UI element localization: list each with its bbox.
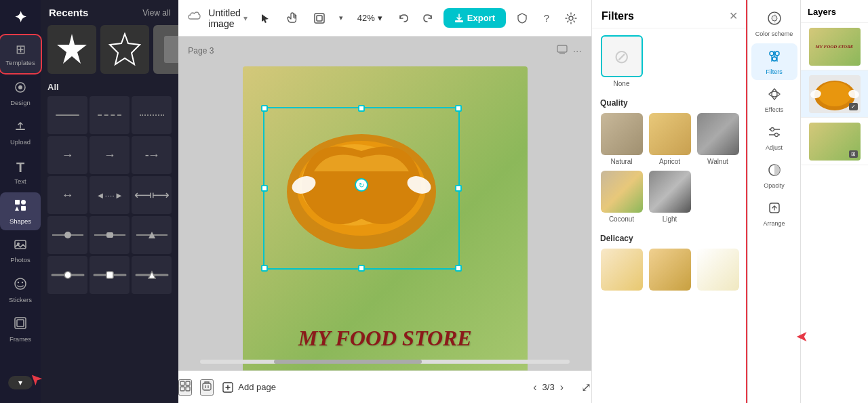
croissant-object[interactable]: ↻ [267,110,456,259]
templates-icon: ⊞ [16,42,26,57]
redo-button[interactable] [416,7,438,29]
settings-button[interactable] [560,7,582,29]
shape-dotted-arrow[interactable]: -→ [132,136,172,174]
view-all-button[interactable]: View all [142,8,170,18]
shape-double-arrow[interactable]: ↔ [47,176,87,214]
filter-delicacy-grid [600,249,739,293]
page-grid-button[interactable] [178,379,192,396]
shapes-section: All → → -→ ↔ ◄····► ⟻⟼ [41,78,178,297]
shape-arrow-right-2[interactable]: → [90,136,130,174]
shape-knob-2[interactable] [90,256,130,294]
page-options-icon[interactable] [557,45,568,58]
effects-button[interactable]: Effects [751,81,797,118]
photos-icon [14,238,26,254]
filter-item-coconut[interactable]: Coconut [600,171,643,223]
shape-double-arrow-dotted[interactable]: ◄····► [90,176,130,214]
shape-slider-3[interactable] [132,216,172,254]
filter-item-natural[interactable]: Natural [600,113,643,165]
fullscreen-button[interactable]: ⤢ [581,380,591,395]
arrange-button[interactable]: Arrange [751,195,797,232]
filter-none-grid: None [600,35,739,87]
shape-knob-3[interactable] [132,256,172,294]
document-title[interactable]: Untitled image ▾ [208,7,247,29]
delete-page-button[interactable] [200,379,214,396]
filters-close-button[interactable]: ✕ [729,9,738,22]
frame-tool-button[interactable] [309,7,330,29]
shape-slider-1[interactable] [47,216,87,254]
recent-thumb-3[interactable] [153,25,178,74]
shape-dotted-line[interactable] [132,96,172,134]
prev-page-button[interactable]: ‹ [533,381,536,394]
sidebar-item-design[interactable]: Design [0,75,41,112]
shape-slider-2[interactable] [90,216,130,254]
undo-button[interactable] [393,7,415,29]
zoom-control[interactable]: 42% ▾ [352,10,388,26]
svg-point-52 [772,57,776,61]
sidebar-item-stickers[interactable]: Stickers [0,271,41,309]
sidebar-item-templates[interactable]: ⊞ Templates [0,35,41,73]
svg-point-59 [774,133,778,136]
stickers-icon [14,277,27,294]
sidebar-item-frames[interactable]: Frames [0,310,41,348]
filters-label: Filters [766,68,783,75]
add-page-button[interactable]: Add page [222,381,276,394]
shield-icon-button[interactable] [511,7,533,29]
canvas-bottom-bar: Add page ‹ 3/3 › ⤢ [178,370,591,403]
handle-bm[interactable] [358,265,365,272]
recent-thumb-2[interactable] [100,25,149,74]
filter-thumb-coconut [601,171,643,213]
handle-br[interactable] [455,265,462,272]
layer-item-text[interactable]: MY FOOD STORE [801,23,868,70]
hand-tool-button[interactable] [281,7,303,29]
canvas-wrapper: Page 3 ··· ··· [178,37,591,403]
canvas-scrollbar[interactable] [189,357,580,366]
layer-item-bg[interactable]: ⊞ [801,118,868,165]
opacity-button[interactable]: Opacity [751,157,797,194]
filter-item-d1[interactable] [600,249,643,293]
filter-label-apricot: Apricot [659,158,680,165]
export-button[interactable]: Export [443,8,506,28]
tool-panel: Color scheme Filters Effects [747,0,800,403]
filter-item-d3[interactable] [696,249,739,293]
shape-solid-line[interactable] [47,96,87,134]
sidebar-item-label: Text [14,177,26,185]
food-store-text[interactable]: MY FOOD STORE [298,326,472,351]
layer-badge: ✓ [849,103,858,110]
sidebar-item-shapes[interactable]: Shapes [0,192,41,230]
svg-rect-28 [315,14,324,23]
filter-item-none[interactable]: None [600,35,643,87]
recent-thumb-1[interactable] [47,25,96,74]
top-bar-tools: ▾ 42% ▾ Export ? [254,7,582,29]
handle-bl[interactable] [261,265,268,272]
frame-chevron-button[interactable]: ▾ [336,7,347,29]
filter-item-d2[interactable] [648,249,691,293]
sidebar-item-upload[interactable]: Upload [0,114,41,152]
filter-item-walnut[interactable]: Walnut [696,113,739,165]
rotate-handle[interactable]: ↻ [355,178,368,192]
canvas-frame[interactable]: ··· [243,66,528,391]
layer-bg-badge: ⊞ [849,150,858,158]
filters-panel-button[interactable]: Filters [751,43,797,80]
undo-redo-group [393,7,438,29]
page-more-button[interactable]: ··· [573,45,582,58]
expand-sidebar-button[interactable]: ▾ [8,376,33,389]
shape-arrow-right[interactable]: → [47,136,87,174]
sidebar-item-text[interactable]: T Text [0,153,41,191]
layer-item-croissant[interactable]: ✓ [801,70,868,118]
filter-item-apricot[interactable]: Apricot [648,113,691,165]
help-button[interactable]: ? [536,7,557,29]
shape-double-arrow-bar[interactable]: ⟻⟼ [132,176,172,214]
sidebar-item-photos[interactable]: Photos [0,232,41,270]
cursor-tool-button[interactable] [254,7,276,29]
shape-knob-1[interactable] [47,256,87,294]
adjust-button[interactable]: Adjust [751,119,797,156]
shape-dashed-line[interactable] [90,96,130,134]
svg-rect-41 [186,381,190,385]
filter-item-light[interactable]: Light [648,171,691,223]
logo-icon: ✦ [14,9,26,26]
logo-button[interactable]: ✦ [8,5,33,30]
next-page-button[interactable]: › [560,381,564,394]
document-title-chevron: ▾ [243,14,248,23]
color-scheme-button[interactable]: Color scheme [751,5,797,42]
filter-thumb-natural [601,113,643,155]
